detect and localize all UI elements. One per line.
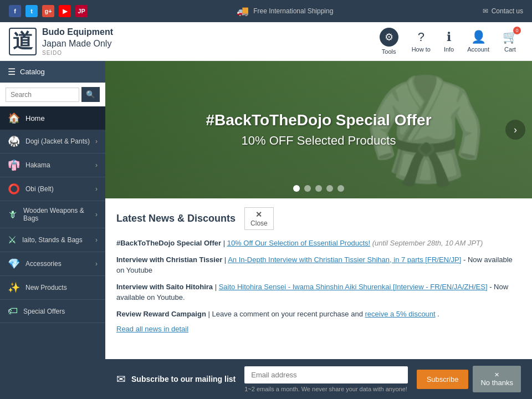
read-all-link[interactable]: Read all news in detail [116,325,188,333]
subscribe-email-input[interactable] [244,366,407,383]
news-item-3: Interview with Saito Hitohira | Saito Hi… [116,282,521,303]
youtube-icon[interactable]: ▶ [59,5,71,17]
news-title: Latest News & Discounts [116,213,236,224]
content-area: 🥋 #BackToTheDojo Special Offer 10% OFF S… [105,61,532,399]
weapons-arrow: › [95,211,98,218]
hero-banner: 🥋 #BackToTheDojo Special Offer 10% OFF S… [105,61,532,198]
hero-dot-2[interactable] [304,185,311,192]
weapons-label: Wooden Weapons & Bags [23,207,95,222]
news-link-1[interactable]: 10% Off Our Selection of Essential Produ… [227,239,370,247]
subscribe-note: 1~2 emails a month. We never share your … [244,386,407,392]
obi-label: Obi (Belt) [25,185,54,193]
subscribe-right: Subscribe ✕ No thanks [417,366,521,392]
twitter-icon[interactable]: t [25,5,38,17]
offers-label: Special Offers [23,308,65,315]
subscribe-center: 1~2 emails a month. We never share your … [244,366,407,392]
news-label-1: #BackToTheDojo Special Offer [116,239,221,247]
sidebar-item-offers[interactable]: 🏷 Special Offers [0,300,105,323]
sidebar-item-hakama[interactable]: 👘 Hakama › [0,154,105,177]
iaito-icon: ⚔ [8,234,17,246]
search-input[interactable] [6,88,79,102]
tools-label: Tools [382,48,396,55]
close-button[interactable]: ✕ Close [244,207,274,230]
cart-badge-container: 🛒 0 [503,30,518,44]
account-icon: 👤 [471,30,486,44]
sidebar-item-new[interactable]: ✨ New Products [0,276,105,300]
home-nav-item[interactable]: 🏠 Home [0,106,105,130]
info-nav-item[interactable]: ℹ Info [438,27,459,56]
accessories-icon: 💎 [8,258,20,270]
catalog-toggle[interactable]: ☰ Catalog [0,61,105,83]
shipping-info: 🚚 Free International Shipping [237,5,333,17]
shipping-text: Free International Shipping [253,7,333,15]
news-link-2[interactable]: An In-Depth Interview with Christian Tis… [228,255,461,264]
info-icon: ℹ [447,30,451,44]
googleplus-icon[interactable]: g+ [42,5,54,17]
social-icons: f t g+ ▶ JP [9,5,88,17]
contact-link[interactable]: Contact us [492,7,523,15]
hero-dot-5[interactable] [337,185,344,192]
close-x-icon: ✕ [255,210,262,219]
account-nav-item[interactable]: 👤 Account [462,27,495,56]
search-area: 🔍 [0,83,105,106]
hero-dot-4[interactable] [326,185,333,192]
japan-icon[interactable]: JP [75,5,88,17]
logo-kanji: 道 [9,28,37,55]
hero-title: #BackToTheDojo Special Offer [206,111,431,129]
main-layout: ☰ Catalog 🔍 🏠 Home 🥋 Dogi (Jacket & Pant… [0,61,532,399]
cart-nav-item[interactable]: 🛒 0 Cart [497,27,523,56]
news-link-4[interactable]: receive a 5% discount [365,310,436,318]
truck-icon: 🚚 [237,5,249,17]
news-item-4: Review Reward Campaign | Leave a comment… [116,309,521,320]
news-extra-1: (until September 28th, 10 AM JPT) [372,239,483,247]
sidebar-item-obi[interactable]: ⭕ Obi (Belt) › [0,177,105,201]
subscribe-left: ✉ Subscribe to our mailing list [116,372,236,386]
news-label-3: Interview with Saito Hitohira [116,283,213,291]
howto-nav-item[interactable]: ? How to [406,27,436,56]
hakama-arrow: › [95,161,98,169]
accessories-arrow: › [95,260,98,268]
tools-nav-item[interactable]: ⚙ Tools [374,24,404,58]
sidebar-item-iaito[interactable]: ⚔ Iaito, Stands & Bags › [0,228,105,252]
hero-dots [293,185,344,192]
header-nav: ⚙ Tools ? How to ℹ Info 👤 Account 🛒 0 Ca… [374,24,523,58]
news-extra-4: . [437,310,439,318]
news-header: Latest News & Discounts ✕ Close [116,207,521,230]
hero-next-button[interactable]: › [505,120,525,140]
no-thanks-label: No thanks [480,378,513,387]
no-thanks-x-icon: ✕ [494,371,499,378]
logo[interactable]: 道 Budo Equipment Japan Made Only SEIDO [9,27,113,56]
obi-icon: ⭕ [8,183,20,195]
iaito-arrow: › [95,236,98,244]
site-header: 道 Budo Equipment Japan Made Only SEIDO ⚙… [0,22,532,61]
news-label-4: Review Reward Campaign [116,310,206,318]
hakama-label: Hakama [25,161,50,169]
read-all-area: Read all news in detail [116,325,521,333]
cart-count: 0 [513,27,521,34]
news-link-3[interactable]: Saito Hitohira Sensei - Iwama Shinshin A… [219,283,488,291]
top-bar: f t g+ ▶ JP 🚚 Free International Shippin… [0,0,532,22]
dogi-icon: 🥋 [8,135,20,147]
dogi-arrow: › [95,137,98,145]
tools-icon: ⚙ [380,28,398,47]
hero-dot-3[interactable] [315,185,322,192]
search-button[interactable]: 🔍 [81,87,100,102]
home-label: Home [25,114,45,122]
dogi-label: Dogi (Jacket & Pants) [25,137,90,145]
sidebar-item-accessories[interactable]: 💎 Accessories › [0,252,105,276]
hero-dot-1[interactable] [293,185,300,192]
subscribe-button[interactable]: Subscribe [417,370,469,389]
news-section: Latest News & Discounts ✕ Close #BackToT… [105,198,532,342]
sidebar-item-weapons[interactable]: 🗡 Wooden Weapons & Bags › [0,201,105,228]
subscribe-bar: ✉ Subscribe to our mailing list 1~2 emai… [105,359,532,399]
subscribe-mail-icon: ✉ [116,372,126,386]
facebook-icon[interactable]: f [9,5,21,17]
no-thanks-button[interactable]: ✕ No thanks [473,366,521,392]
contact-area: ✉ Contact us [483,7,523,15]
obi-arrow: › [95,185,98,193]
close-label: Close [250,219,268,227]
sidebar-item-dogi[interactable]: 🥋 Dogi (Jacket & Pants) › [0,130,105,154]
accessories-label: Accessories [25,260,62,268]
info-label: Info [444,46,454,53]
news-item-1: #BackToTheDojo Special Offer | 10% Off O… [116,238,521,249]
